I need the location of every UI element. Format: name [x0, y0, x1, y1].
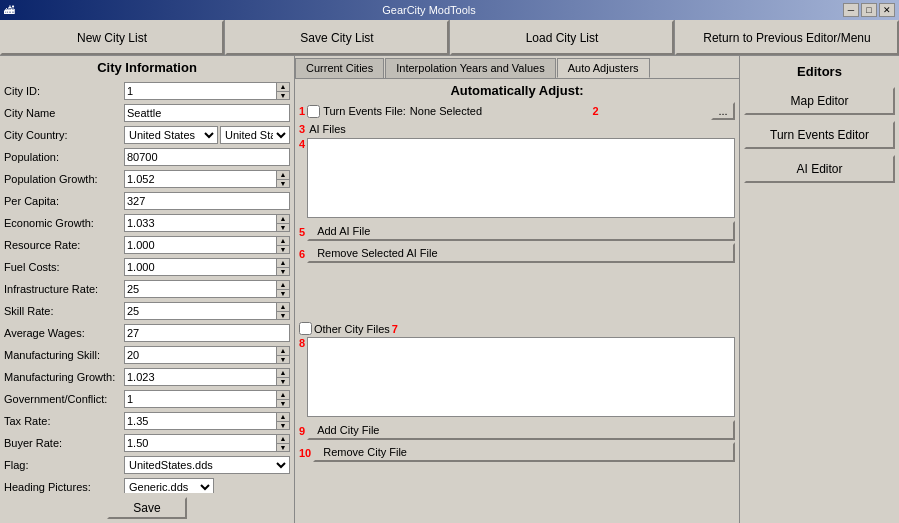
population-growth-label: Population Growth:: [4, 173, 124, 185]
turn-events-checkbox-label[interactable]: Turn Events File:: [307, 105, 406, 118]
pop-growth-up[interactable]: ▲: [277, 171, 289, 179]
close-button[interactable]: ✕: [879, 3, 895, 17]
browse-turn-events-button[interactable]: ...: [711, 102, 735, 120]
other-city-files-label: Other City Files: [314, 323, 390, 335]
tabs-bar: Current Cities Interpolation Years and V…: [295, 56, 739, 79]
tab-interpolation[interactable]: Interpolation Years and Values: [385, 58, 555, 78]
per-capita-row: Per Capita:: [4, 191, 290, 211]
average-wages-row: Average Wages:: [4, 323, 290, 343]
num-3: 3: [299, 123, 305, 135]
population-input[interactable]: [124, 148, 290, 166]
skill-rate-down[interactable]: ▼: [277, 311, 289, 320]
eco-growth-down[interactable]: ▼: [277, 223, 289, 232]
ai-editor-button[interactable]: AI Editor: [744, 155, 895, 183]
tab-current-cities[interactable]: Current Cities: [295, 58, 384, 78]
gov-up[interactable]: ▲: [277, 391, 289, 399]
return-button[interactable]: Return to Previous Editor/Menu: [675, 20, 899, 55]
manufacturing-growth-input[interactable]: [124, 368, 276, 386]
eco-growth-up[interactable]: ▲: [277, 215, 289, 223]
average-wages-input[interactable]: [124, 324, 290, 342]
city-id-up[interactable]: ▲: [277, 83, 289, 91]
manufacturing-growth-label: Manufacturing Growth:: [4, 371, 124, 383]
mfg-skill-down[interactable]: ▼: [277, 355, 289, 364]
skill-rate-up[interactable]: ▲: [277, 303, 289, 311]
buyer-rate-input[interactable]: [124, 434, 276, 452]
fuel-costs-label: Fuel Costs:: [4, 261, 124, 273]
save-city-list-button[interactable]: Save City List: [225, 20, 449, 55]
middle-panel: Current Cities Interpolation Years and V…: [295, 56, 739, 523]
num-2: 2: [592, 105, 598, 117]
window-title: GearCity ModTools: [382, 4, 476, 16]
add-ai-file-button[interactable]: Add AI File: [307, 221, 735, 241]
res-rate-up[interactable]: ▲: [277, 237, 289, 245]
add-city-file-button[interactable]: Add City File: [307, 420, 735, 440]
app-icon: 🏙: [4, 4, 15, 16]
num-6: 6: [299, 248, 305, 260]
economic-growth-input[interactable]: [124, 214, 276, 232]
infrastructure-rate-input[interactable]: [124, 280, 276, 298]
load-city-list-button[interactable]: Load City List: [450, 20, 674, 55]
auto-adjust-title: Automatically Adjust:: [299, 83, 735, 98]
city-country-label: City Country:: [4, 129, 124, 141]
remove-city-file-button[interactable]: Remove City File: [313, 442, 735, 462]
add-ai-row: 5 Add AI File: [299, 221, 735, 243]
infra-rate-down[interactable]: ▼: [277, 289, 289, 298]
new-city-list-button[interactable]: New City List: [0, 20, 224, 55]
infra-rate-up[interactable]: ▲: [277, 281, 289, 289]
average-wages-label: Average Wages:: [4, 327, 124, 339]
maximize-button[interactable]: □: [861, 3, 877, 17]
mfg-growth-down[interactable]: ▼: [277, 377, 289, 386]
turn-events-checkbox[interactable]: [307, 105, 320, 118]
heading-pictures-row: Heading Pictures: Generic.dds: [4, 477, 290, 493]
buyer-down[interactable]: ▼: [277, 443, 289, 452]
country-select-2[interactable]: United State...: [220, 126, 290, 144]
fuel-costs-row: Fuel Costs: ▲ ▼: [4, 257, 290, 277]
heading-pictures-select[interactable]: Generic.dds: [124, 478, 214, 493]
fuel-costs-up[interactable]: ▲: [277, 259, 289, 267]
other-city-files-checkbox[interactable]: [299, 322, 312, 335]
country-selects: United States United State...: [124, 126, 290, 144]
manufacturing-skill-input[interactable]: [124, 346, 276, 364]
tax-rate-input[interactable]: [124, 412, 276, 430]
remove-ai-file-button[interactable]: Remove Selected AI File: [307, 243, 735, 263]
fuel-costs-input[interactable]: [124, 258, 276, 276]
minimize-button[interactable]: ─: [843, 3, 859, 17]
government-label: Government/Conflict:: [4, 393, 124, 405]
tax-up[interactable]: ▲: [277, 413, 289, 421]
per-capita-input[interactable]: [124, 192, 290, 210]
ai-files-header-row: 3 AI Files: [299, 123, 735, 135]
gov-down[interactable]: ▼: [277, 399, 289, 408]
infrastructure-rate-row: Infrastructure Rate: ▲ ▼: [4, 279, 290, 299]
mfg-skill-up[interactable]: ▲: [277, 347, 289, 355]
city-id-row: City ID: ▲ ▼: [4, 81, 290, 101]
resource-rate-label: Resource Rate:: [4, 239, 124, 251]
tab-auto-adjusters[interactable]: Auto Adjusters: [557, 58, 650, 78]
economic-growth-label: Economic Growth:: [4, 217, 124, 229]
turn-events-file: None Selected: [410, 105, 482, 117]
flag-select[interactable]: UnitedStates.dds: [124, 456, 290, 474]
government-input[interactable]: [124, 390, 276, 408]
city-id-input[interactable]: [124, 82, 276, 100]
population-growth-row: Population Growth: ▲ ▼: [4, 169, 290, 189]
tax-down[interactable]: ▼: [277, 421, 289, 430]
num-10: 10: [299, 447, 311, 459]
map-editor-button[interactable]: Map Editor: [744, 87, 895, 115]
city-id-spinbox: ▲ ▼: [124, 82, 290, 100]
city-id-down[interactable]: ▼: [277, 91, 289, 100]
population-growth-input[interactable]: [124, 170, 276, 188]
skill-rate-input[interactable]: [124, 302, 276, 320]
pop-growth-down[interactable]: ▼: [277, 179, 289, 188]
turn-events-editor-button[interactable]: Turn Events Editor: [744, 121, 895, 149]
city-files-section: 8 9 Add City File 10 Remove City File: [299, 337, 735, 519]
mfg-growth-up[interactable]: ▲: [277, 369, 289, 377]
population-row: Population:: [4, 147, 290, 167]
buyer-up[interactable]: ▲: [277, 435, 289, 443]
manufacturing-growth-row: Manufacturing Growth: ▲ ▼: [4, 367, 290, 387]
city-name-input[interactable]: [124, 104, 290, 122]
fuel-costs-down[interactable]: ▼: [277, 267, 289, 276]
country-select-1[interactable]: United States: [124, 126, 218, 144]
buyer-rate-row: Buyer Rate: ▲ ▼: [4, 433, 290, 453]
save-button[interactable]: Save: [107, 497, 187, 519]
res-rate-down[interactable]: ▼: [277, 245, 289, 254]
resource-rate-input[interactable]: [124, 236, 276, 254]
